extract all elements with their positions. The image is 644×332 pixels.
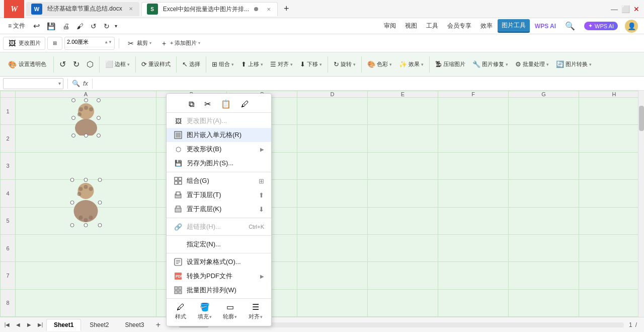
cell-a8[interactable] <box>16 289 156 316</box>
menu-cloud[interactable]: ✦ WPS AI <box>580 20 622 32</box>
cell-g1[interactable] <box>509 98 579 125</box>
cell-image-2[interactable] <box>72 180 100 225</box>
cell-d1[interactable] <box>297 98 368 125</box>
height-stepper[interactable]: ▲▼ <box>104 40 112 44</box>
sheet-nav-next[interactable]: ▶ <box>24 320 34 330</box>
cell-f2[interactable] <box>438 125 509 152</box>
pic-repair-arrow[interactable]: ▾ <box>506 62 508 67</box>
menu-picture-tools[interactable]: 图片工具 <box>498 19 530 33</box>
col-header-a[interactable]: A <box>16 91 156 98</box>
add-pic-btn[interactable]: + + 添加图片 ▾ <box>156 37 203 49</box>
effect-arrow[interactable]: ▾ <box>421 62 424 67</box>
new-tab-button[interactable]: + <box>280 2 293 16</box>
ctx-style-btn[interactable]: 🖊 样式 <box>172 301 189 322</box>
menu-member[interactable]: 会员专享 <box>443 20 475 32</box>
fx-icon[interactable]: 🔍 <box>72 80 80 87</box>
scrollbar-vertical[interactable] <box>638 91 644 317</box>
cell-g4[interactable] <box>509 180 579 207</box>
select-btn[interactable]: ↖ 选择 <box>180 59 203 70</box>
rotate-handle-btn[interactable]: ↻ 旋转 ▾ <box>331 59 358 70</box>
rotate-right-btn[interactable]: ↻ <box>70 58 82 71</box>
cell-f3[interactable] <box>438 152 509 179</box>
cell-f6[interactable] <box>438 234 509 261</box>
tab-excel-close[interactable]: ✕ <box>265 6 272 13</box>
sheet-tab-3[interactable]: Sheet3 <box>117 319 151 331</box>
cell-image-1[interactable] <box>73 100 99 136</box>
menu-tools[interactable]: 工具 <box>422 20 442 32</box>
menu-efficiency[interactable]: 效率 <box>476 20 497 32</box>
add-pic-arrow[interactable]: ▾ <box>198 41 200 45</box>
menu-view[interactable]: 视图 <box>401 20 421 32</box>
sheet-nav-first[interactable]: |◀ <box>2 320 12 330</box>
ctx-align2-btn[interactable]: ☰ 对齐 ▾ <box>246 301 266 322</box>
cell-h2[interactable] <box>579 125 645 152</box>
compress-btn[interactable]: 🗜 压缩图片 <box>433 59 468 70</box>
col-header-g[interactable]: G <box>509 91 579 98</box>
crop-arrow[interactable]: ▾ <box>149 41 151 45</box>
height-input[interactable]: 2.00厘米 ▲▼ <box>65 37 114 47</box>
name-box-arrow[interactable]: ▾ <box>58 81 61 86</box>
cell-d3[interactable] <box>297 152 368 179</box>
cell-e5[interactable] <box>368 207 438 234</box>
convert-btn[interactable]: 🔄 图片转换 ▾ <box>553 59 594 70</box>
add-sheet-button[interactable]: + <box>152 319 164 330</box>
cell-e8[interactable] <box>368 289 438 316</box>
cell-h3[interactable] <box>579 152 645 179</box>
cell-e2[interactable] <box>368 125 438 152</box>
cell-g8[interactable] <box>509 289 579 316</box>
crop-size-input[interactable]: ⊞ <box>47 37 62 50</box>
row-header-4[interactable]: 4 <box>1 180 16 207</box>
ctx-outline-btn[interactable]: ▭ 轮廓 ▾ <box>220 301 240 322</box>
menu-undo2[interactable]: ↺ <box>88 22 100 30</box>
cell-a1[interactable] <box>16 98 156 125</box>
restore-button[interactable]: ⬜ <box>622 6 629 13</box>
ctx-item-embed-cell[interactable]: 图片嵌入单元格(R) <box>167 128 271 142</box>
set-transparent-btn[interactable]: 🎨 设置透明色 <box>4 58 50 71</box>
move-up-btn[interactable]: ⬆ 上移 ▾ <box>238 59 266 70</box>
border-btn[interactable]: ⬜ 边框 ▾ <box>103 59 132 70</box>
height-width-input[interactable]: 2.00厘米 ▲▼ <box>64 37 115 50</box>
cell-d8[interactable] <box>297 289 368 316</box>
crop-btn[interactable]: ✂ 裁剪 ▾ <box>123 37 154 49</box>
row-header-8[interactable]: 8 <box>1 289 16 316</box>
ctx-item-hyperlink[interactable]: 🔗 超链接(H)... Ctrl+K <box>167 220 271 234</box>
ctx-item-bring-top[interactable]: 置于顶层(T) ⬆ <box>167 188 271 202</box>
tab-writer[interactable]: W 经济基础章节重点总结.docx ✕ <box>26 2 139 16</box>
cell-d7[interactable] <box>297 262 368 289</box>
batch-process-arrow[interactable]: ▾ <box>546 62 549 67</box>
tab-writer-close[interactable]: ✕ <box>127 6 134 13</box>
cell-a3[interactable] <box>16 152 156 179</box>
cell-e7[interactable] <box>368 262 438 289</box>
sheet-tab-1[interactable]: Sheet1 <box>46 319 81 331</box>
ctx-item-save-as-pic[interactable]: 💾 另存为图片(S)... <box>167 156 271 170</box>
ctx-cut-btn[interactable]: ✂ <box>201 98 214 110</box>
sheet-tab-2[interactable]: Sheet2 <box>82 319 116 331</box>
wps-main-button[interactable]: W <box>4 0 24 18</box>
cell-f8[interactable] <box>438 289 509 316</box>
cell-a6[interactable] <box>16 234 156 261</box>
cell-g2[interactable] <box>509 125 579 152</box>
move-down-arrow[interactable]: ▾ <box>319 62 322 67</box>
menu-format-paint[interactable]: 🖌 <box>73 22 87 30</box>
menu-redo[interactable]: ↻ <box>101 22 113 30</box>
cell-a4[interactable] <box>16 180 156 207</box>
user-avatar[interactable]: 👤 <box>625 20 638 33</box>
row-header-7[interactable]: 7 <box>1 262 16 289</box>
sheet-nav-prev[interactable]: ◀ <box>13 320 23 330</box>
cell-g7[interactable] <box>509 262 579 289</box>
col-header-f[interactable]: F <box>438 91 509 98</box>
ctx-paste-btn[interactable]: 📋 <box>218 98 234 110</box>
cell-h4[interactable] <box>579 180 645 207</box>
cell-e1[interactable] <box>368 98 438 125</box>
ctx-item-group[interactable]: 组合(G) ⊞ <box>167 174 271 188</box>
ctx-item-macro[interactable]: 指定宏(N)... <box>167 237 271 251</box>
group-arrow[interactable]: ▾ <box>231 62 234 67</box>
group-btn[interactable]: ⊞ 组合 ▾ <box>209 59 236 70</box>
ctx-item-change-shape[interactable]: ⬡ 更改形状(B) ▶ <box>167 142 271 156</box>
name-box[interactable]: ▾ <box>3 78 63 89</box>
batch-process-btn[interactable]: ⚙ 批量处理 ▾ <box>513 59 551 70</box>
cell-d2[interactable] <box>297 125 368 152</box>
menu-review[interactable]: 审阅 <box>380 20 400 32</box>
menu-search[interactable]: 🔍 <box>561 19 579 33</box>
ctx-outline-arrow[interactable]: ▾ <box>234 314 237 319</box>
